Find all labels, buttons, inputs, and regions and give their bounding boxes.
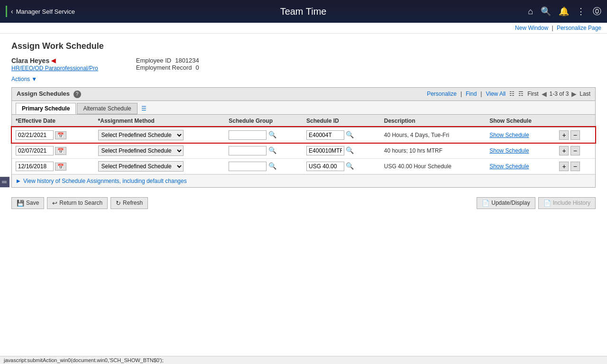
show-schedule-link[interactable]: Show Schedule: [489, 163, 529, 170]
remove-row-button[interactable]: −: [570, 146, 580, 155]
schedule-group-search-button[interactable]: 🔍: [268, 146, 276, 154]
more-icon[interactable]: ⋮: [577, 6, 585, 17]
add-row-button[interactable]: +: [559, 162, 569, 171]
include-history-button[interactable]: 📄 Include History: [538, 197, 596, 209]
schedule-group-search-button[interactable]: 🔍: [268, 162, 276, 170]
employment-record-label: Employment Record: [136, 64, 192, 71]
schedule-tabs: Primary Schedule Alternate Schedule ☰: [12, 101, 595, 115]
personalize-page-link[interactable]: Personalize Page: [557, 25, 601, 31]
effective-date-input[interactable]: [16, 130, 54, 140]
col-assignment-method: *Assignment Method: [94, 115, 225, 127]
cell-schedule-group: 🔍: [225, 143, 303, 158]
cell-show-schedule: Show Schedule: [486, 127, 555, 143]
view-all-link[interactable]: View All: [486, 91, 506, 97]
schedule-id-input[interactable]: [306, 130, 344, 140]
search-icon[interactable]: 🔍: [541, 6, 551, 17]
help-icon[interactable]: ?: [74, 91, 81, 98]
cell-row-actions: + −: [555, 143, 595, 158]
cell-schedule-id: 🔍: [303, 127, 380, 143]
save-button[interactable]: 💾 Save: [11, 197, 44, 209]
bell-icon[interactable]: 🔔: [559, 6, 569, 17]
cell-assignment-method: Select Predefined Schedule: [94, 158, 225, 174]
close-icon[interactable]: ⓪: [593, 6, 601, 17]
calendar-button[interactable]: 📅: [55, 163, 66, 171]
show-schedule-link[interactable]: Show Schedule: [489, 132, 529, 138]
return-icon: ↩: [52, 200, 57, 207]
new-window-link[interactable]: New Window: [515, 25, 548, 31]
assignment-method-select[interactable]: Select Predefined Schedule: [98, 130, 184, 140]
refresh-icon: ↻: [116, 200, 121, 207]
right-buttons: 📄 Update/Display 📄 Include History: [477, 197, 596, 209]
schedule-group-input[interactable]: [229, 130, 267, 140]
employee-info: Clara Heyes ◀ HR/EEO/OD Paraprofessional…: [11, 57, 596, 72]
tab-alternate-schedule[interactable]: Alternate Schedule: [77, 103, 137, 114]
back-button[interactable]: ‹ Manager Self Service: [6, 6, 79, 17]
add-row-button[interactable]: +: [559, 130, 569, 140]
cell-row-actions: + −: [555, 127, 595, 143]
tab-icon[interactable]: ☰: [141, 105, 147, 112]
tab-primary-schedule[interactable]: Primary Schedule: [16, 103, 76, 114]
home-icon[interactable]: ⌂: [528, 7, 533, 17]
history-btn-icon: 📄: [543, 200, 551, 207]
refresh-button[interactable]: ↻ Refresh: [110, 197, 148, 209]
subheader-separator: |: [552, 25, 553, 31]
section-controls: Personalize | Find | View All ☷ ☶ First …: [427, 90, 590, 98]
show-schedule-link[interactable]: Show Schedule: [489, 147, 529, 154]
table-row: 📅Select Predefined Schedule 🔍 🔍USG 40.00…: [12, 158, 595, 174]
top-navigation: ‹ Manager Self Service Team Time ⌂ 🔍 🔔 ⋮…: [0, 0, 607, 23]
table-row: 📅Select Predefined Schedule 🔍 🔍40 hours;…: [12, 143, 595, 158]
employee-title-link[interactable]: HR/EEO/OD Paraprofessional/Pro: [11, 65, 98, 72]
grid-icon-2[interactable]: ☶: [518, 91, 524, 97]
update-display-button[interactable]: 📄 Update/Display: [477, 197, 535, 209]
schedule-id-search-button[interactable]: 🔍: [346, 146, 354, 154]
col-schedule-id: Schedule ID: [303, 115, 380, 127]
back-arrow-icon: ‹: [11, 8, 13, 15]
personalize-link[interactable]: Personalize: [427, 91, 457, 97]
schedule-id-search-button[interactable]: 🔍: [346, 131, 354, 138]
schedule-group-input[interactable]: [229, 146, 267, 155]
schedule-group-search-button[interactable]: 🔍: [268, 131, 276, 138]
schedule-group-input[interactable]: [229, 162, 267, 171]
employee-name: Clara Heyes ◀: [11, 57, 98, 64]
cell-assignment-method: Select Predefined Schedule: [94, 143, 225, 158]
assignment-method-select[interactable]: Select Predefined Schedule: [98, 161, 184, 172]
schedule-id-search-button[interactable]: 🔍: [346, 162, 354, 170]
table-row: 📅Select Predefined Schedule 🔍 🔍40 Hours,…: [12, 127, 595, 143]
add-row-button[interactable]: +: [559, 146, 569, 155]
remove-row-button[interactable]: −: [570, 130, 580, 140]
col-description: Description: [380, 115, 486, 127]
col-actions: [555, 115, 595, 127]
remove-row-button[interactable]: −: [570, 162, 580, 171]
grid-icon-1[interactable]: ☷: [509, 91, 515, 97]
subheader: New Window | Personalize Page: [0, 23, 607, 34]
back-label: Manager Self Service: [16, 8, 75, 15]
employee-left: Clara Heyes ◀ HR/EEO/OD Paraprofessional…: [11, 57, 98, 72]
effective-date-input[interactable]: [16, 146, 54, 155]
cell-effective-date: 📅: [12, 127, 94, 143]
schedule-id-input[interactable]: [306, 162, 344, 171]
collapse-panel[interactable]: ||: [0, 177, 9, 187]
first-label: First: [527, 91, 538, 97]
status-bar: javascript:submitAction_win0(document.wi…: [0, 356, 607, 362]
calendar-button[interactable]: 📅: [55, 147, 66, 155]
calendar-button[interactable]: 📅: [55, 131, 66, 139]
table-header-row: *Effective Date *Assignment Method Sched…: [12, 115, 595, 127]
next-page-button[interactable]: ▶: [570, 90, 578, 98]
history-section[interactable]: ▶ View history of Schedule Assignments, …: [12, 174, 595, 187]
schedule-id-input[interactable]: [306, 146, 344, 155]
pagination: First ◀ 1-3 of 3 ▶ Last: [527, 90, 590, 98]
cell-effective-date: 📅: [12, 143, 94, 158]
assign-schedules-section: Assign Schedules ? Personalize | Find | …: [11, 87, 596, 188]
pagination-count: 1-3 of 3: [550, 91, 569, 97]
cell-schedule-group: 🔍: [225, 127, 303, 143]
find-link[interactable]: Find: [466, 91, 477, 97]
effective-date-input[interactable]: [16, 162, 54, 171]
actions-dropdown[interactable]: Actions ▼: [11, 76, 37, 82]
name-indicator-icon: ◀: [51, 57, 55, 64]
return-to-search-button[interactable]: ↩ Return to Search: [47, 197, 108, 209]
cell-effective-date: 📅: [12, 158, 94, 174]
status-text: javascript:submitAction_win0(document.wi…: [4, 357, 164, 362]
assignment-method-select[interactable]: Select Predefined Schedule: [98, 146, 184, 156]
prev-page-button[interactable]: ◀: [541, 90, 548, 98]
history-text: View history of Schedule Assignments, in…: [23, 178, 187, 184]
